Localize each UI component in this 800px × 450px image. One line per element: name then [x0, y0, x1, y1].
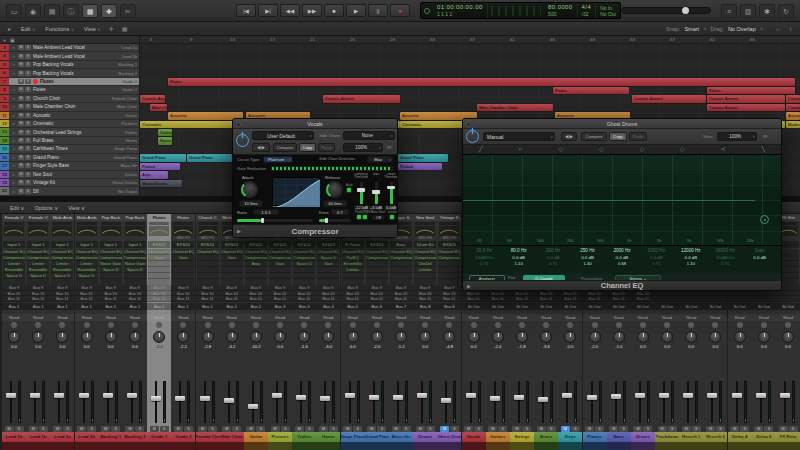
- strip-solo-button[interactable]: S: [281, 426, 290, 432]
- strip-solo-button[interactable]: S: [692, 426, 701, 432]
- editors-icon[interactable]: ✂: [120, 4, 136, 18]
- strip-send-slot[interactable]: Bus 11: [292, 296, 316, 302]
- mixer-channel-strip[interactable]: Cinemati MIDI FX EXS24 Channel EQCompres…: [268, 214, 292, 450]
- arrange-region[interactable]: Grand Piano: [398, 154, 448, 161]
- strip-fader[interactable]: [583, 379, 607, 425]
- strip-sends[interactable]: Bus 9Bus 10Bus 11: [341, 285, 365, 302]
- strip-output-slot[interactable]: Bus 5: [341, 303, 365, 310]
- strip-fader[interactable]: [655, 379, 679, 425]
- strip-mute-button[interactable]: M: [730, 426, 739, 432]
- track-header-row[interactable]: 11 ♪ MS Acoustic Guitar: [0, 112, 139, 120]
- strip-setting-button[interactable]: [415, 222, 435, 225]
- track-header-row[interactable]: 7 ♪ MS Flutes Guide 1: [0, 78, 139, 86]
- strip-insert-rack[interactable]: Channel EQGain: [221, 249, 243, 285]
- strip-pan-knob[interactable]: [123, 330, 147, 344]
- mixer-menu-view[interactable]: View ∨: [68, 205, 85, 211]
- strip-solo-button[interactable]: S: [595, 426, 604, 432]
- eq-band-readout[interactable]: 200 Hz 0.0 dB 0.71: [536, 247, 570, 274]
- strip-fader[interactable]: [776, 379, 800, 425]
- detection-menu[interactable]: Max∨: [367, 156, 393, 163]
- strip-sends[interactable]: Bus 9Bus 10Bus 11: [99, 285, 123, 302]
- strip-insert-slot[interactable]: Space D: [27, 273, 49, 279]
- strip-output-slot[interactable]: St Out: [631, 303, 655, 310]
- bar-ruler[interactable]: 591317212529333741454953576165: [140, 36, 800, 44]
- strip-input-slot[interactable]: EXS24: [293, 241, 315, 248]
- strip-fader[interactable]: [558, 379, 582, 425]
- mixer-channel-strip[interactable]: Grand Pi MIDI FX EXS24 Channel EQCompres…: [365, 214, 389, 450]
- arrange-region[interactable]: Ghost Drums: [140, 180, 182, 187]
- strip-input-slot[interactable]: Input 1: [100, 241, 122, 248]
- strip-input-slot[interactable]: Input 1: [76, 241, 98, 248]
- track-solo-button[interactable]: S: [25, 45, 31, 50]
- menu-edit[interactable]: Edit ∨: [21, 26, 35, 32]
- strip-name-label[interactable]: Guitars: [486, 432, 510, 442]
- link-icon[interactable]: ∞: [763, 133, 767, 139]
- strip-fader[interactable]: [147, 379, 171, 425]
- strip-insert-slot[interactable]: [100, 273, 122, 279]
- track-header-row[interactable]: 16 ♪ MS Grand Piano Grand Piano: [0, 154, 139, 162]
- strip-name-label[interactable]: Lead 1a: [2, 432, 26, 442]
- bell-band-icon[interactable]: ◇: [559, 145, 564, 154]
- strip-solo-button[interactable]: S: [716, 426, 725, 432]
- strip-name-label[interactable]: Lead 1b: [26, 432, 50, 442]
- strip-name-label[interactable]: Trackdown: [655, 432, 679, 442]
- track-mute-button[interactable]: M: [18, 54, 24, 59]
- strip-solo-button[interactable]: S: [208, 426, 217, 432]
- strip-send-slot[interactable]: Bus 11: [631, 296, 655, 302]
- strip-setting-button[interactable]: [77, 222, 97, 225]
- track-solo-button[interactable]: S: [25, 172, 31, 177]
- strip-insert-slot[interactable]: [342, 273, 364, 279]
- preset-menu[interactable]: Manual∨: [483, 132, 555, 141]
- track-solo-button[interactable]: S: [25, 155, 31, 160]
- strip-pan-knob[interactable]: [99, 330, 123, 344]
- strip-fader[interactable]: [631, 379, 655, 425]
- bell-band-icon[interactable]: ◇: [599, 145, 604, 154]
- strip-name-label[interactable]: Lead 2b: [75, 432, 99, 442]
- strip-eq-thumbnail[interactable]: [4, 226, 24, 236]
- knee-slider[interactable]: [319, 219, 351, 222]
- strip-send-slot[interactable]: Bus 11: [196, 296, 220, 302]
- strip-automation-mode[interactable]: Read: [196, 314, 220, 321]
- strip-automation-mode[interactable]: Read: [292, 314, 316, 321]
- power-icon[interactable]: [466, 130, 479, 143]
- arrange-region[interactable]: Modern: [786, 121, 800, 128]
- strip-fader[interactable]: [365, 379, 389, 425]
- strip-pan-knob[interactable]: [316, 330, 340, 344]
- strip-eq-thumbnail[interactable]: [125, 226, 145, 236]
- strip-sends[interactable]: Bus 9Bus 10Bus 11: [147, 285, 171, 302]
- preset-prev-next-buttons[interactable]: ◀ ▶: [252, 143, 270, 152]
- strip-insert-slot[interactable]: [197, 273, 219, 279]
- strip-name-label[interactable]: Bass Gtr: [389, 432, 413, 442]
- preset-prev-next-buttons[interactable]: ◀ ▶: [561, 132, 577, 141]
- strip-output-slot[interactable]: St Out: [728, 303, 752, 310]
- strip-solo-button[interactable]: S: [764, 426, 773, 432]
- arrange-region[interactable]: Cinematic: [140, 121, 245, 128]
- strip-solo-button[interactable]: S: [15, 426, 24, 432]
- compressor-vertical-slider[interactable]: Compressor Threshold -12.5dB: [354, 173, 368, 211]
- strip-setting-button[interactable]: [125, 222, 145, 225]
- strip-solo-button[interactable]: S: [135, 426, 144, 432]
- strip-fader[interactable]: [389, 379, 413, 425]
- strip-fader[interactable]: [292, 379, 316, 425]
- strip-sends[interactable]: Bus 9Bus 10Bus 11: [2, 285, 26, 302]
- strip-insert-rack[interactable]: Channel EQCompressorLimiterEnsembleSpace…: [76, 249, 98, 285]
- strip-eq-thumbnail[interactable]: [198, 226, 218, 236]
- strip-send-slot[interactable]: Bus 11: [220, 296, 244, 302]
- arrange-region[interactable]: Grand Piano: [140, 154, 186, 161]
- strip-mute-button[interactable]: M: [150, 426, 159, 432]
- strip-automation-mode[interactable]: Read: [268, 314, 292, 321]
- record-button[interactable]: ●: [390, 4, 410, 17]
- forward-button[interactable]: ▶▶: [302, 4, 322, 17]
- track-solo-button[interactable]: S: [25, 87, 31, 92]
- strip-fader[interactable]: [244, 379, 268, 425]
- strip-send-slot[interactable]: Bus 11: [462, 296, 486, 302]
- strip-fader[interactable]: [26, 379, 50, 425]
- strip-fader[interactable]: [2, 379, 26, 425]
- strip-name-label[interactable]: Violins: [292, 432, 316, 442]
- strip-sends[interactable]: Bus 9Bus 10Bus 11: [171, 285, 195, 302]
- strip-automation-mode[interactable]: Read: [607, 314, 631, 321]
- arrange-region[interactable]: Cosmic Ascent: [707, 104, 785, 111]
- compare-button[interactable]: Compare: [581, 132, 607, 141]
- strip-pan-knob[interactable]: [752, 330, 776, 344]
- strip-mute-button[interactable]: M: [246, 426, 255, 432]
